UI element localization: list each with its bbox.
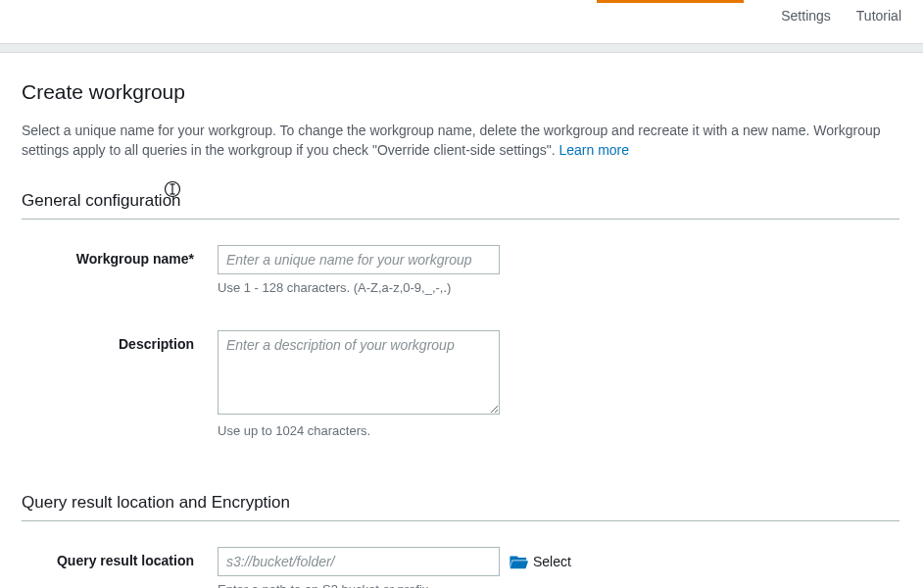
row-query-location: Query result location Select Enter a pat… (22, 547, 899, 588)
row-description: Description Use up to 1024 characters. (22, 330, 899, 438)
active-tab-indicator (597, 0, 744, 3)
label-query-location: Query result location (22, 547, 218, 568)
section-general-config: General configuration (22, 191, 899, 220)
help-description: Use up to 1024 characters. (218, 423, 500, 438)
page-title: Create workgroup (22, 80, 899, 104)
main-content: Create workgroup Select a unique name fo… (0, 53, 923, 588)
nav-tutorial[interactable]: Tutorial (856, 8, 901, 29)
description-textarea[interactable] (218, 330, 500, 415)
intro-body: Select a unique name for your workgroup.… (22, 122, 881, 158)
help-query-location: Enter a path to an S3 bucket or prefix. (218, 582, 571, 588)
help-workgroup-name: Use 1 - 128 characters. (A-Z,a-z,0-9,_,-… (218, 280, 500, 295)
select-bucket-button[interactable]: Select (510, 554, 571, 569)
nav-settings[interactable]: Settings (781, 8, 831, 29)
select-bucket-label: Select (533, 554, 571, 569)
top-nav: Settings Tutorial (0, 0, 923, 43)
query-location-input[interactable] (218, 547, 500, 576)
label-description: Description (22, 330, 218, 352)
nav-divider (0, 43, 923, 53)
row-workgroup-name: Workgroup name* Use 1 - 128 characters. … (22, 245, 899, 295)
workgroup-name-input[interactable] (218, 245, 500, 274)
learn-more-link[interactable]: Learn more (559, 142, 629, 158)
section-query-location: Query result location and Encryption (22, 493, 899, 521)
folder-open-icon (510, 554, 529, 569)
label-workgroup-name: Workgroup name* (22, 245, 218, 267)
intro-text: Select a unique name for your workgroup.… (22, 122, 899, 160)
